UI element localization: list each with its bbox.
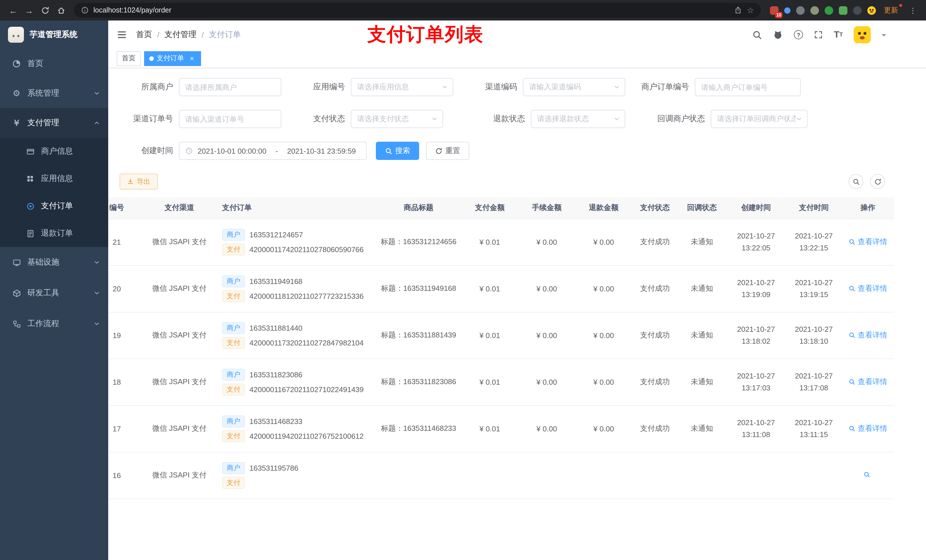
cell-order: 商户 1635312124657 支付 42000011742021102780…: [216, 219, 376, 265]
site-info-icon[interactable]: [81, 6, 89, 14]
refresh-button[interactable]: [870, 174, 885, 189]
github-icon[interactable]: [773, 30, 783, 40]
cell-pay-time: 2021-10-2713:22:15: [786, 219, 842, 265]
browser-update-button[interactable]: 更新: [884, 5, 901, 15]
browser-menu-icon[interactable]: ⋮: [905, 3, 920, 18]
sidebar-group-payment: ￥ 支付管理 商户信息 应用信息: [0, 108, 108, 247]
breadcrumb-pay-manage[interactable]: 支付管理: [165, 30, 197, 40]
browser-reload-icon[interactable]: [38, 3, 52, 18]
tab-home[interactable]: 首页: [117, 51, 141, 66]
merchant-order-no: 1635311949168: [250, 277, 303, 285]
pay-order-no: 4200001181202110277723215336: [250, 292, 364, 300]
sidebar-item-label: 系统管理: [27, 88, 59, 98]
filter-row-3: 创建时间 2021-10-01 00:00:00 - 2021-10-31 23…: [120, 142, 926, 160]
sidebar-toggle-icon[interactable]: [117, 30, 127, 40]
view-detail-link[interactable]: 查看详情: [849, 237, 887, 247]
cell-notify: 未通知: [678, 219, 726, 265]
cell-create-time: 2021-10-2713:18:02: [726, 312, 786, 359]
sidebar-item-pay-order[interactable]: 支付订单: [0, 192, 108, 220]
cell-order: 商户 1635311823086 支付 42000011672021102710…: [216, 359, 376, 405]
app-logo[interactable]: 芋道管理系统: [0, 21, 108, 49]
font-size-icon[interactable]: TT: [834, 30, 843, 39]
view-detail-link[interactable]: [863, 471, 873, 478]
cell-notify: 未通知: [678, 405, 726, 452]
url-text[interactable]: localhost:1024/pay/order: [94, 6, 171, 14]
extension-icon[interactable]: 10: [770, 6, 779, 15]
sidebar-item-system[interactable]: ⚙ 系统管理: [0, 78, 108, 108]
sidebar-item-workflow[interactable]: 工作流程: [0, 308, 108, 339]
extension-icon[interactable]: [839, 6, 847, 15]
user-avatar[interactable]: [854, 26, 871, 43]
table-row: 21 微信 JSAPI 支付 商户 1635312124657 支付: [108, 219, 894, 265]
sidebar-item-merchant-info[interactable]: 商户信息: [0, 138, 108, 165]
extension-icon[interactable]: [853, 6, 862, 15]
view-detail-link[interactable]: 查看详情: [849, 423, 887, 434]
cell-notify: 未通知: [678, 359, 726, 405]
cell-pay-time: [786, 452, 842, 498]
chevron-up-icon: [94, 119, 100, 126]
cell-channel: 微信 JSAPI 支付: [142, 312, 216, 359]
extension-icon[interactable]: [810, 6, 819, 15]
pay-status-select[interactable]: 请选择支付状态: [351, 110, 443, 128]
browser-back-icon[interactable]: ←: [6, 3, 21, 18]
cell-fee: ¥ 0.00: [518, 359, 575, 405]
merchant-order-no-input[interactable]: [695, 78, 801, 96]
cell-channel: 微信 JSAPI 支付: [142, 359, 216, 405]
view-detail-link[interactable]: 查看详情: [849, 284, 887, 294]
cell-title: 标题：1635311881439: [376, 312, 461, 359]
sidebar-item-refund-order[interactable]: 退款订单: [0, 220, 108, 247]
fullscreen-icon[interactable]: [814, 30, 823, 39]
cell-status: 支付成功: [632, 405, 678, 452]
search-button[interactable]: 搜索: [376, 142, 419, 160]
search-icon[interactable]: [752, 30, 762, 39]
app-id-select[interactable]: 请选择应用信息: [351, 78, 453, 96]
cell-status: 支付成功: [632, 219, 678, 265]
create-time-range-input[interactable]: 2021-10-01 00:00:00 - 2021-10-31 23:59:5…: [179, 142, 367, 160]
field-label: 回调商户状态: [652, 114, 711, 124]
browser-forward-icon[interactable]: →: [22, 3, 36, 18]
close-icon[interactable]: ×: [188, 54, 196, 62]
view-detail-link[interactable]: 查看详情: [849, 330, 887, 340]
tags-view-bar: 首页 支付订单 ×: [108, 49, 926, 68]
cell-order: 商户 1635311881440 支付 42000011732021102728…: [216, 312, 376, 359]
notify-status-select[interactable]: 请选择订单回调商户状态: [711, 110, 808, 128]
breadcrumb-home[interactable]: 首页: [136, 30, 152, 40]
merchant-select-input[interactable]: [179, 78, 281, 96]
address-bar[interactable]: localhost:1024/pay/order ☆: [74, 3, 761, 18]
yen-icon: ￥: [11, 118, 22, 128]
cell-id: 21: [108, 219, 142, 265]
toggle-search-button[interactable]: [849, 174, 863, 189]
bookmark-star-icon[interactable]: ☆: [747, 6, 754, 15]
col-header-order: 支付订单: [216, 198, 376, 219]
browser-home-icon[interactable]: [53, 3, 68, 18]
extension-icon[interactable]: [825, 6, 833, 15]
extension-icon[interactable]: [784, 7, 790, 14]
share-icon[interactable]: [734, 6, 742, 14]
export-button[interactable]: 导出: [120, 174, 158, 190]
date-start[interactable]: 2021-10-01 00:00:00: [198, 146, 266, 155]
cell-id: 18: [108, 359, 142, 405]
sidebar-item-home[interactable]: 首页: [0, 49, 108, 78]
sidebar-item-label: 支付订单: [41, 201, 73, 211]
reset-button[interactable]: 重置: [426, 142, 469, 160]
extension-icon[interactable]: [796, 6, 805, 15]
cell-create-time: 2021-10-2713:17:03: [726, 359, 786, 405]
view-detail-link[interactable]: 查看详情: [849, 377, 887, 387]
refund-status-select[interactable]: 请选择退款状态: [531, 110, 625, 128]
breadcrumb-separator: /: [157, 30, 159, 39]
merchant-order-no: 1635312124657: [250, 230, 303, 239]
help-icon[interactable]: ?: [794, 30, 803, 39]
pay-tag: 支付: [222, 477, 245, 489]
sidebar-item-label: 退款订单: [41, 228, 73, 238]
tab-pay-order[interactable]: 支付订单 ×: [144, 51, 201, 66]
sidebar-item-infrastructure[interactable]: 基础设施: [0, 247, 108, 278]
caret-down-icon[interactable]: [882, 34, 886, 38]
channel-code-select[interactable]: 请输入渠道编码: [523, 78, 625, 96]
sidebar-item-devtools[interactable]: 研发工具: [0, 278, 108, 308]
merchant-order-no: 1635311881440: [250, 323, 303, 332]
sidebar-item-app-info[interactable]: 应用信息: [0, 165, 108, 192]
sidebar-item-payment[interactable]: ￥ 支付管理: [0, 108, 108, 138]
date-end[interactable]: 2021-10-31 23:59:59: [287, 146, 356, 155]
channel-order-no-input[interactable]: [179, 110, 281, 128]
extension-icon[interactable]: [867, 6, 876, 15]
